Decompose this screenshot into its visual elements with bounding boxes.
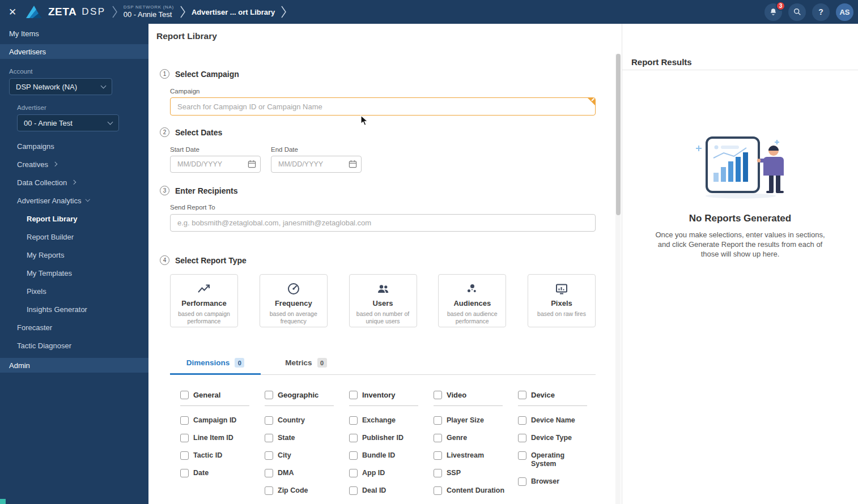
end-date-input[interactable] [271,156,362,173]
sidebar-item-forecaster[interactable]: Forecaster [0,318,148,336]
brand-logo[interactable]: ZETA DSP [25,5,106,19]
dimension-group-header-video[interactable]: Video [434,391,503,406]
sidebar-item-data-collection[interactable]: Data Collection [0,173,148,191]
dimension-item-date[interactable]: Date [180,469,256,477]
sidebar-item-creatives[interactable]: Creatives [0,155,148,173]
dimension-group-header-inventory[interactable]: Inventory [349,391,418,406]
account-select[interactable]: DSP Network (NA) [9,78,112,95]
checkbox[interactable] [434,486,442,495]
sidebar-item-campaigns[interactable]: Campaigns [0,137,148,155]
sidebar-item-insights-generator[interactable]: Insights Generator [0,300,148,318]
report-type-card-frequency[interactable]: Frequency based on average frequency [260,274,328,327]
avatar[interactable]: AS [836,3,853,21]
checkbox[interactable] [518,434,526,442]
calendar-icon[interactable] [349,160,357,170]
dimension-item-exchange[interactable]: Exchange [349,416,424,425]
checkbox[interactable] [349,451,358,460]
checkbox[interactable] [265,486,273,495]
sidebar-item-label: Report Library [27,215,78,223]
report-type-card-audiences[interactable]: Audiences based on audience performance [438,274,506,327]
checkbox[interactable] [265,469,273,477]
dimension-item-genre[interactable]: Genre [434,434,509,442]
sidebar-section-admin[interactable]: Admin [0,358,148,373]
checkbox[interactable] [434,451,442,460]
checkbox[interactable] [434,391,442,399]
breadcrumb-account[interactable]: DSP NETWORK (NA) 00 - Annie Test [124,5,174,19]
breadcrumb-chevron-icon [180,5,185,19]
dimension-item-line-item-id[interactable]: Line Item ID [180,434,256,442]
sidebar-item-report-builder[interactable]: Report Builder [0,228,148,246]
dimension-group-header-device[interactable]: Device [518,391,587,406]
dimension-item-device-type[interactable]: Device Type [518,434,593,442]
start-date-input[interactable] [170,156,261,173]
dimension-item-bundle-id[interactable]: Bundle ID [349,451,424,460]
calendar-icon[interactable] [248,160,256,170]
close-icon[interactable]: ✕ [0,0,25,24]
dimension-item-deal-id[interactable]: Deal ID [349,486,424,495]
tab-dimensions[interactable]: Dimensions 0 [170,351,261,374]
sidebar-section-advertisers[interactable]: Advertisers [0,44,148,59]
dimension-item-browser[interactable]: Browser [518,477,593,486]
checkbox[interactable] [265,434,273,442]
notifications-button[interactable]: 3 [764,3,782,21]
sidebar-item-my-reports[interactable]: My Reports [0,246,148,264]
checkbox[interactable] [180,416,189,425]
dimension-item-content-duration[interactable]: Content Duration [434,486,509,495]
dimension-group-header-geographic[interactable]: Geographic [265,391,334,406]
dimension-item-city[interactable]: City [265,451,340,460]
checkbox[interactable] [518,477,526,486]
checkbox[interactable] [180,434,189,442]
checkbox[interactable] [434,469,442,477]
checkbox[interactable] [434,434,442,442]
dimension-item-campaign-id[interactable]: Campaign ID [180,416,256,425]
checkbox[interactable] [180,469,189,477]
dimension-item-device-name[interactable]: Device Name [518,416,593,425]
checkbox[interactable] [518,391,526,399]
sidebar-item-pixels[interactable]: Pixels [0,282,148,300]
dimension-item-country[interactable]: Country [265,416,340,425]
recipients-input[interactable] [170,214,596,232]
checkbox[interactable] [180,391,189,399]
checkbox[interactable] [265,391,273,399]
dimension-label: Bundle ID [362,451,395,460]
dimension-item-tactic-id[interactable]: Tactic ID [180,451,256,460]
checkbox[interactable] [349,469,358,477]
checkbox[interactable] [265,416,273,425]
dimension-item-player-size[interactable]: Player Size [434,416,509,425]
checkbox[interactable] [349,391,358,399]
tab-count-badge: 0 [235,358,244,368]
checkbox[interactable] [349,486,358,495]
search-button[interactable] [788,3,806,21]
report-type-card-pixels[interactable]: Pixels based on raw fires [528,274,596,327]
checkbox[interactable] [434,416,442,425]
tab-metrics[interactable]: Metrics 0 [261,351,351,374]
dimension-item-livestream[interactable]: Livestream [434,451,509,460]
checkbox[interactable] [265,451,273,460]
dimension-group-header-general[interactable]: General [180,391,249,406]
dimension-item-dma[interactable]: DMA [265,469,340,477]
checkbox[interactable] [349,434,358,442]
report-type-card-performance[interactable]: Performance based on campaign performanc… [170,274,238,327]
sidebar-item-advertiser-analytics[interactable]: Advertiser Analytics [0,191,148,210]
dimension-item-zip-code[interactable]: Zip Code [265,486,340,495]
breadcrumb-page[interactable]: Advertiser ... ort Library [192,8,275,16]
dimension-item-state[interactable]: State [265,434,340,442]
sidebar-item-report-library[interactable]: Report Library [0,210,148,228]
sidebar-item-my-items[interactable]: My Items [0,26,148,41]
checkbox[interactable] [349,416,358,425]
main-scrollbar-thumb[interactable] [616,54,621,215]
report-type-card-users[interactable]: Users based on number of unique users [349,274,417,327]
dimension-item-app-id[interactable]: App ID [349,469,424,477]
help-button[interactable]: ? [812,3,830,21]
main-scrollbar-track[interactable] [615,54,621,504]
campaign-search-input[interactable] [170,97,596,116]
sidebar-item-tactic-diagnoser[interactable]: Tactic Diagnoser [0,336,148,354]
checkbox[interactable] [518,416,526,425]
checkbox[interactable] [180,451,189,460]
checkbox[interactable] [518,451,526,460]
dimension-item-publisher-id[interactable]: Publisher ID [349,434,424,442]
advertiser-select[interactable]: 00 - Annie Test [17,114,119,131]
dimension-item-operating-system[interactable]: Operating System [518,451,593,468]
sidebar-item-my-templates[interactable]: My Templates [0,264,148,282]
dimension-item-ssp[interactable]: SSP [434,469,509,477]
